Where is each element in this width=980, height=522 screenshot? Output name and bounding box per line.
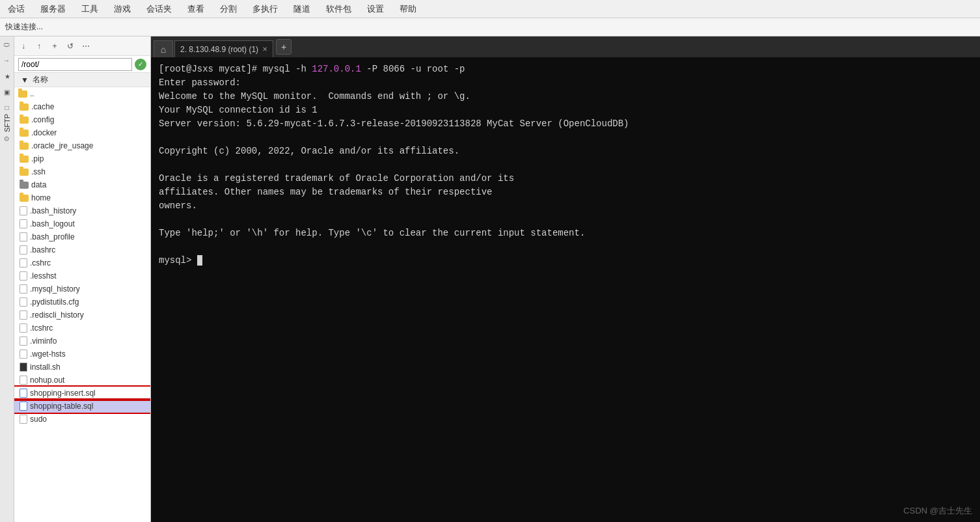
menu-session[interactable]: 会话 [5,2,27,16]
file-name: .bashrc [30,245,55,254]
tab-add-button[interactable]: + [276,39,292,55]
list-item[interactable]: .bashrc [14,243,150,256]
tab-home-icon[interactable]: ⌂ [154,40,173,57]
file-name: .oracle_jre_usage [31,141,93,150]
main-layout: ⟨⟩ ↑ ★ ▣ □ SFTP ⊙ ↓ ↑ + ↺ ⋯ ✓ ▼ 名称 [0,36,980,522]
watermark: CSDN @吉士先生 [903,505,972,517]
menu-help[interactable]: 帮助 [397,2,419,16]
file-icon [20,363,27,372]
list-item-shopping-table[interactable]: shopping-table.sql [14,400,150,413]
menu-server[interactable]: 服务器 [38,2,68,16]
menu-tools[interactable]: 工具 [79,2,101,16]
list-item[interactable]: .rediscli_history [14,309,150,322]
folder-icon [20,195,29,202]
tab-label: 2. 8.130.48.9 (root) (1) [180,45,258,54]
terminal-content[interactable]: [root@Jsxs mycat]# mysql -h 127.0.0.1 -P… [151,57,980,522]
term-line [159,158,972,172]
file-icon [20,323,27,333]
file-name: .cshrc [30,258,51,268]
collapse-icon[interactable]: ⟨⟩ [1,39,13,51]
list-item[interactable]: .cshrc [14,256,150,269]
list-item[interactable]: .wget-hsts [14,348,150,361]
menu-multi[interactable]: 多执行 [250,2,280,16]
file-icon [20,284,27,294]
list-item[interactable]: .oracle_jre_usage [14,139,150,152]
list-item[interactable]: data [14,178,150,191]
mysql-prompt: mysql> [159,255,197,266]
nav-up-icon[interactable]: ↑ [1,55,13,66]
file-name: .tcshrc [30,323,53,333]
circle-icon[interactable]: ⊙ [1,133,13,144]
term-line: Enter password: [159,76,972,90]
menu-packages[interactable]: 软件包 [323,2,354,16]
file-icon [20,310,27,320]
file-name: .bash_logout [30,219,75,228]
tab-close-button[interactable]: ✕ [262,46,267,53]
list-item[interactable]: .docker [14,126,150,139]
toolbar-new-folder-icon[interactable]: + [48,40,61,53]
list-item[interactable]: .mysql_history [14,282,150,295]
list-item[interactable]: .bash_profile [14,230,150,243]
file-icon [20,206,27,215]
quick-connect-label: 快速连接... [5,21,43,33]
terminal-tab-1[interactable]: 2. 8.130.48.9 (root) (1) ✕ [174,40,273,57]
watermark-text: CSDN @吉士先生 [903,506,972,515]
menu-tunnel[interactable]: 隧道 [291,2,313,16]
menu-view[interactable]: 查看 [185,2,207,16]
term-line: Type 'help;' or '\h' for help. Type '\c'… [159,227,972,240]
term-line [159,131,972,144]
list-item[interactable]: .config [14,113,150,126]
file-path-confirm-button[interactable]: ✓ [135,59,146,70]
file-toolbar: ↓ ↑ + ↺ ⋯ [14,36,150,56]
terminal-area: ⌂ 2. 8.130.48.9 (root) (1) ✕ + [root@Jsx… [151,36,980,522]
list-item[interactable]: home [14,191,150,204]
file-name: .wget-hsts [30,350,66,359]
file-name: .bash_history [30,206,76,215]
menu-bar: 会话 服务器 工具 游戏 会话夹 查看 分割 多执行 隧道 软件包 设置 帮助 [0,0,980,18]
term-prompt: [root@Jsxs mycat]# mysql -h [159,64,312,74]
list-item[interactable]: .ssh [14,165,150,178]
file-path-input[interactable] [18,58,132,71]
list-item[interactable]: .bash_history [14,204,150,217]
menu-sessions-folder[interactable]: 会话夹 [144,2,174,16]
file-name: .mysql_history [30,284,80,294]
toolbar-download-icon[interactable]: ↓ [17,40,30,53]
list-item[interactable]: .tcshrc [14,322,150,335]
toolbar-refresh-icon[interactable]: ↺ [64,40,77,53]
menu-games[interactable]: 游戏 [111,2,133,16]
file-name: sudo [30,415,47,424]
file-list: .. .cache .config .docker .oracle_jre_us… [14,87,150,522]
folder-icon [20,169,29,176]
list-item[interactable]: .pip [14,152,150,165]
file-name: .bash_profile [30,232,75,241]
toolbar-upload-icon[interactable]: ↑ [33,40,46,53]
file-name: .ssh [31,167,46,176]
file-name: .pip [31,154,44,163]
file-name: install.sh [30,363,61,372]
term-line [159,240,972,254]
panel-icon[interactable]: ▣ [1,86,13,98]
menu-split[interactable]: 分割 [217,2,239,16]
file-icon [20,389,27,398]
menu-settings[interactable]: 设置 [364,2,387,16]
file-name: .config [31,115,54,124]
list-item[interactable]: .bash_logout [14,217,150,230]
folder-icon [20,103,29,111]
list-item[interactable]: .lesshst [14,269,150,282]
list-item[interactable]: .. [14,87,150,100]
file-name: data [31,180,46,189]
list-item-shopping-insert[interactable]: shopping-insert.sql [14,387,150,400]
file-path-bar: ✓ [14,56,150,73]
star-icon[interactable]: ★ [1,70,13,82]
cursor-block [197,255,202,266]
list-item[interactable]: sudo [14,413,150,426]
list-item[interactable]: install.sh [14,361,150,374]
list-item[interactable]: .pydistutils.cfg [14,295,150,309]
toolbar-more-icon[interactable]: ⋯ [79,40,92,53]
list-item[interactable]: .viminfo [14,335,150,348]
list-item[interactable]: .cache [14,100,150,113]
file-icon[interactable]: □ [1,102,13,113]
list-item[interactable]: nohup.out [14,374,150,387]
term-line: owners. [159,199,972,213]
file-icon [20,350,27,359]
